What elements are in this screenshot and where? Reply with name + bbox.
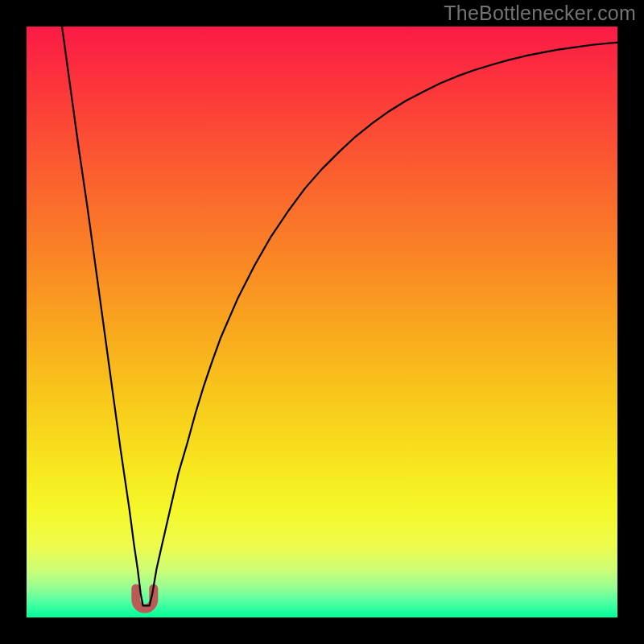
chart-frame: TheBottlenecker.com	[0, 0, 644, 644]
chart-background	[27, 27, 617, 617]
watermark-text: TheBottlenecker.com	[444, 2, 636, 25]
bottleneck-chart	[27, 27, 617, 617]
